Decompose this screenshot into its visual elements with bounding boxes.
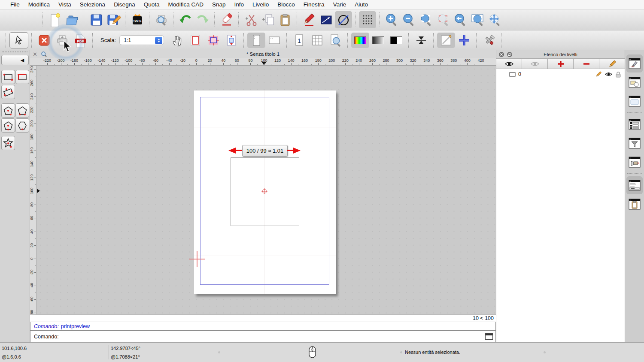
command-history-label: Comando:: [34, 323, 59, 329]
zoom-pan-button[interactable]: [486, 11, 503, 28]
drawing-canvas[interactable]: 100 / 99 ≈ 1.01: [37, 66, 496, 314]
entity-list-window-icon: [628, 118, 641, 130]
hexagon-tool[interactable]: [15, 118, 29, 133]
portrait-button[interactable]: [247, 33, 265, 48]
menu-item-modifica-cad[interactable]: Modifica CAD: [164, 1, 208, 8]
paper-border-button[interactable]: [186, 33, 204, 48]
panel-float-icon[interactable]: [507, 51, 513, 57]
menu-item-file[interactable]: File: [6, 1, 24, 8]
relative-coordinates: @1.6,0.6: [2, 354, 21, 359]
settings-button[interactable]: [480, 33, 498, 48]
cut-button[interactable]: [242, 11, 259, 28]
rectangle-3point-tool[interactable]: [1, 85, 15, 99]
layer-edit-pencil-icon[interactable]: [595, 71, 602, 78]
paper-margins-button[interactable]: [204, 33, 222, 48]
isometric-toggle-button[interactable]: [335, 11, 352, 28]
star-tool[interactable]: [1, 136, 15, 150]
save-as-icon: [106, 12, 121, 27]
export-svg-button[interactable]: SVG: [129, 11, 146, 28]
layer-list-window-icon: [628, 57, 641, 69]
dock-pen-palette-button[interactable]: [626, 153, 643, 171]
crosshair-button[interactable]: [455, 33, 473, 48]
new-document-button[interactable]: [46, 11, 64, 28]
paste-button[interactable]: [276, 11, 294, 28]
layer-row[interactable]: 0: [496, 69, 625, 79]
menu-item-quota[interactable]: Quota: [140, 1, 164, 8]
polygon-2corner-tool[interactable]: [15, 103, 29, 118]
zoom-window-button[interactable]: [469, 11, 486, 28]
zoom-auto-button[interactable]: [417, 11, 434, 28]
zoom-selection-button[interactable]: [434, 11, 452, 28]
print-preview-button[interactable]: [153, 11, 170, 28]
stepper-icon[interactable]: [155, 37, 162, 44]
statusbar-dot: [544, 351, 546, 353]
menu-item-varie[interactable]: Varie: [329, 1, 351, 8]
dock-block-list-button[interactable]: [626, 73, 643, 91]
redo-button[interactable]: [194, 11, 211, 28]
scale-select[interactable]: 1:1: [119, 35, 164, 45]
single-page-button[interactable]: 1: [290, 33, 308, 48]
menu-item-modifica[interactable]: Modifica: [24, 1, 54, 8]
panel-close-icon[interactable]: [498, 51, 504, 57]
menu-item-blocco[interactable]: Blocco: [273, 1, 299, 8]
open-file-button[interactable]: [64, 11, 81, 28]
grid-toggle-button[interactable]: [359, 11, 376, 28]
menu-item-livello[interactable]: Livello: [248, 1, 273, 8]
delete-button[interactable]: [218, 11, 235, 28]
zoom-page-button[interactable]: [326, 33, 344, 48]
menu-item-finestra[interactable]: Finestra: [299, 1, 329, 8]
color-mode-button[interactable]: [351, 33, 369, 48]
menu-item-vista[interactable]: Vista: [54, 1, 76, 8]
angle-reference-button[interactable]: [318, 11, 335, 28]
rectangle-2corner-tool[interactable]: [1, 70, 15, 84]
remove-layer-button[interactable]: [574, 59, 599, 69]
polygon-center-tangent-tool[interactable]: [1, 118, 15, 133]
zoom-previous-button[interactable]: [452, 11, 469, 28]
command-input-line[interactable]: Comando:: [30, 331, 496, 342]
zoom-out-button[interactable]: [400, 11, 417, 28]
save-button[interactable]: [88, 11, 105, 28]
hide-all-layers-button[interactable]: [522, 59, 548, 69]
copy-button[interactable]: [259, 11, 276, 28]
command-dock-icon[interactable]: [485, 333, 493, 340]
multi-page-button[interactable]: [308, 33, 326, 48]
fit-vertical-button[interactable]: [412, 33, 430, 48]
h-ruler-tick-label: -80: [135, 58, 149, 63]
menu-item-aiuto[interactable]: Aiuto: [350, 1, 372, 8]
menu-item-disegna[interactable]: Disegna: [109, 1, 140, 8]
toolbar-drag-handle[interactable]: [2, 51, 27, 52]
landscape-button[interactable]: [265, 33, 283, 48]
menu-item-seleziona[interactable]: Seleziona: [76, 1, 109, 8]
draft-mode-button[interactable]: [437, 33, 455, 48]
dock-command-line-button[interactable]: [626, 176, 643, 194]
save-as-button[interactable]: [105, 11, 122, 28]
add-layer-button[interactable]: [548, 59, 574, 69]
zoom-in-button[interactable]: [383, 11, 400, 28]
blackwhite-mode-button[interactable]: [387, 33, 405, 48]
pan-hand-button[interactable]: [168, 33, 186, 48]
back-button[interactable]: ◀: [1, 55, 29, 65]
select-tool-button[interactable]: [9, 32, 28, 48]
rectangle-size-tool[interactable]: [15, 70, 29, 84]
h-ruler-tick-label: -20: [176, 58, 190, 63]
menu-item-info[interactable]: Info: [230, 1, 249, 8]
pen-button[interactable]: [301, 11, 318, 28]
dock-entity-list-button[interactable]: [626, 115, 643, 133]
print-button[interactable]: [53, 33, 71, 48]
dock-library-browser-button[interactable]: [626, 92, 643, 110]
dock-clipboard-button[interactable]: [626, 195, 643, 213]
layer-visibility-eye-icon[interactable]: [605, 71, 613, 77]
edit-layer-button[interactable]: [599, 59, 625, 69]
menu-item-snap[interactable]: Snap: [208, 1, 230, 8]
grayscale-mode-button[interactable]: [369, 33, 387, 48]
dock-layer-list-button[interactable]: [626, 54, 643, 72]
fit-to-page-button[interactable]: [222, 33, 240, 48]
polygon-center-corner-tool[interactable]: [1, 103, 15, 118]
close-preview-button[interactable]: [35, 33, 53, 48]
dock-filter-button[interactable]: [626, 134, 643, 152]
show-all-layers-button[interactable]: [496, 59, 522, 69]
undo-button[interactable]: [177, 11, 194, 28]
export-pdf-button[interactable]: PDF: [71, 33, 89, 48]
angle-icon: [319, 12, 334, 27]
layer-lock-icon[interactable]: [615, 71, 621, 78]
